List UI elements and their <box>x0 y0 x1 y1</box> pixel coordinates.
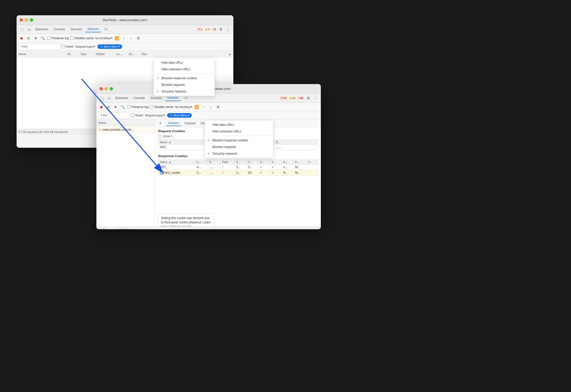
wifi-icon-1[interactable]: 📶 <box>114 35 120 41</box>
download-icon-2[interactable]: ↓ <box>208 104 214 110</box>
dropdown-divider-1 <box>154 74 214 74</box>
settings-gear-1[interactable]: ⚙ <box>135 35 141 41</box>
more-icon-1[interactable]: ⋮ <box>225 26 231 33</box>
detail-tab-headers[interactable]: Headers <box>166 120 181 126</box>
tab-more-2[interactable]: >> <box>182 95 190 101</box>
network-item-warning-icon: ⚠ <box>98 128 101 131</box>
close-button-2[interactable] <box>99 87 103 90</box>
filter-icon-2[interactable]: ▼ <box>113 104 118 110</box>
device-icon-1[interactable]: ▭ <box>26 26 32 33</box>
dropdown2-3rd-party[interactable]: 3rd-party requests <box>205 150 273 157</box>
more-filters-btn-2[interactable]: 2 More filters ▾ <box>167 113 192 118</box>
cursor-icon-2[interactable]: ⬚ <box>98 95 105 101</box>
filter-input-1[interactable] <box>19 44 59 49</box>
tab-elements-1[interactable]: Elements <box>33 26 51 32</box>
badge-errors-2: ✕ 14 <box>279 96 288 100</box>
more-icon-2[interactable]: ⋮ <box>312 95 319 101</box>
dropdown2-blocked-requests[interactable]: Blocked requests <box>205 144 273 150</box>
disable-cache-label-1[interactable]: Disable cache <box>70 36 94 40</box>
throttle-arrow-1: ▾ <box>111 36 112 40</box>
tab-sources-2[interactable]: Sources <box>148 95 164 101</box>
request-types-btn-1[interactable]: Request types ▾ <box>75 45 95 48</box>
settings-icon-2[interactable]: ⚙ <box>305 95 312 101</box>
more-filters-dropdown-1: Hide data URLs Hide extension URLs Block… <box>154 58 215 96</box>
preserve-log-label-1[interactable]: Preserve log <box>47 36 69 40</box>
tab-elements-2[interactable]: Elements <box>113 95 131 101</box>
dropdown-hide-ext-urls-1[interactable]: Hide extension URLs <box>154 66 214 73</box>
invert-label-2[interactable]: Invert <box>131 114 143 117</box>
minimize-button-1[interactable] <box>25 18 28 22</box>
stop-record-btn-2[interactable]: ⏺ <box>98 104 104 110</box>
resp-cookie-row-test[interactable]: ⚠ test_cookie C... ...... / 2... 29 ✓ <box>158 170 318 176</box>
stop-record-btn-1[interactable]: ⏺ <box>19 35 24 41</box>
resp-col-s3: S... <box>282 160 294 165</box>
minimize-button-2[interactable] <box>105 87 108 90</box>
settings-icon-1[interactable]: ⚙ <box>218 26 224 33</box>
resp-test-v: C... <box>195 170 207 176</box>
warning-icon-1: ⚠ <box>205 28 208 31</box>
badge-warnings-1: ⚠ 3 <box>204 28 211 31</box>
dropdown-blocked-requests-1[interactable]: Blocked requests <box>154 82 214 88</box>
col-status-header-1: St... <box>68 52 80 56</box>
more-filters-btn-1[interactable]: 2 More filters ▾ <box>97 44 122 49</box>
maximize-button-1[interactable] <box>30 18 33 22</box>
cursor-icon-1[interactable]: ⬚ <box>19 26 25 33</box>
dropdown-3rd-party-1[interactable]: 3rd-party requests <box>154 88 214 95</box>
tab-network-1[interactable]: Network <box>85 26 101 32</box>
search-icon-2[interactable]: 🔍 <box>120 104 125 110</box>
resp-col-s2: S... <box>270 160 282 165</box>
disable-cache-checkbox-2[interactable] <box>150 105 153 109</box>
upload-icon-2[interactable]: ↑ <box>201 104 207 110</box>
filter-icon-1[interactable]: ▼ <box>33 35 39 41</box>
clear-btn-2[interactable]: ⊘ <box>106 104 111 110</box>
disable-cache-checkbox-1[interactable] <box>70 36 73 40</box>
dropdown2-hide-data-urls[interactable]: Hide data URLs <box>205 121 273 128</box>
disable-cache-text-2: Disable cache <box>154 105 173 109</box>
disable-cache-text-1: Disable cache <box>74 36 94 40</box>
settings-gear-2[interactable]: ⚙ <box>215 104 221 110</box>
preserve-log-checkbox-1[interactable] <box>47 36 50 40</box>
search-icon-1[interactable]: 🔍 <box>40 35 46 41</box>
maximize-button-2[interactable] <box>110 87 113 90</box>
dropdown2-blocked-cookies[interactable]: Blocked response cookies <box>205 137 273 144</box>
tab-console-2[interactable]: Console <box>131 95 147 101</box>
throttle-select-1[interactable]: No throttling ▾ <box>95 36 112 40</box>
wifi-icon-2[interactable]: 📶 <box>194 104 199 110</box>
col-init-header-1: Initiator <box>96 52 116 56</box>
request-types-btn-2[interactable]: Request types ▾ <box>145 114 165 117</box>
dropdown-hide-data-urls-1[interactable]: Hide data URLs <box>154 59 214 66</box>
tab-console-1[interactable]: Console <box>51 26 68 32</box>
dropdown2-hide-ext-urls[interactable]: Hide extension URLs <box>205 128 273 135</box>
preserve-log-checkbox-2[interactable] <box>127 105 130 109</box>
preserve-log-text-1: Preserve log <box>52 36 69 40</box>
col-type-header-1: Type <box>80 52 96 56</box>
detail-close-btn[interactable]: ✕ <box>157 121 164 126</box>
resp-apc-h: ✓ <box>258 165 270 170</box>
resp-test-name: ⚠ test_cookie <box>158 170 195 176</box>
tab-more-1[interactable]: >> <box>102 26 110 32</box>
resp-test-s3: N.. <box>282 170 294 176</box>
filter-input-2[interactable] <box>98 113 129 118</box>
invert-label-1[interactable]: Invert <box>61 45 73 48</box>
disable-cache-label-2[interactable]: Disable cache <box>150 105 173 109</box>
detail-tab-payload[interactable]: Payload <box>182 121 197 126</box>
dropdown-blocked-cookies-1[interactable]: Blocked response cookies <box>154 75 214 82</box>
throttle-arrow-2: ▾ <box>191 105 192 109</box>
upload-icon-1[interactable]: ↑ <box>121 35 127 41</box>
network-list-item-1[interactable]: ⚠ www.youtube.com;dc... <box>96 126 155 133</box>
show-filtered-checkbox[interactable] <box>158 135 161 138</box>
scroll-up-btn-1[interactable]: ▲ <box>154 52 233 56</box>
table-header-1: Name St... Type Initiator Co... Se... Si… <box>17 51 233 57</box>
invert-checkbox-1[interactable] <box>61 45 65 48</box>
invert-checkbox-2[interactable] <box>131 114 134 117</box>
tab-sources-1[interactable]: Sources <box>68 26 84 32</box>
throttle-select-2[interactable]: No throttling ▾ <box>175 105 192 109</box>
download-icon-1[interactable]: ↓ <box>128 35 134 41</box>
clear-btn-1[interactable]: ⊘ <box>26 35 31 41</box>
close-button-1[interactable] <box>20 18 23 22</box>
resp-cookie-row-apc[interactable]: APC A... ...... / 2... 3... ✓ ✓ n... M..… <box>158 165 318 170</box>
col-name-header-2: Name <box>96 121 147 124</box>
device-icon-2[interactable]: ▭ <box>106 95 112 101</box>
preserve-log-label-2[interactable]: Preserve log <box>127 105 148 109</box>
devtools-window-2: DevTools - www.youtube.com/ ⬚ ▭ Elements… <box>96 84 321 229</box>
